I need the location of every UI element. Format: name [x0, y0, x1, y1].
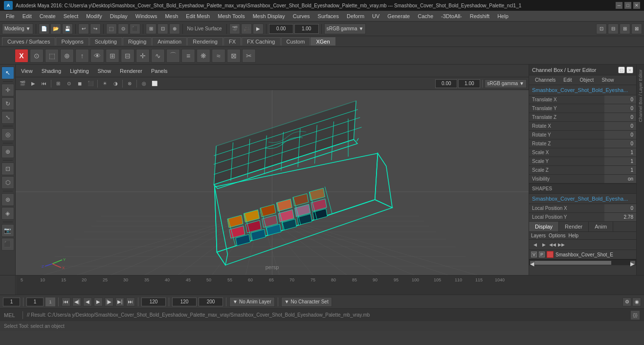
viewport-layout-4[interactable]: ⊠	[631, 23, 642, 34]
prev-play-button[interactable]: ◀	[83, 298, 92, 306]
move-tool-button[interactable]: ✛	[1, 84, 14, 96]
menu-item-surfaces[interactable]: Surfaces	[314, 12, 343, 20]
shelf-icon-wave[interactable]: ≈	[212, 49, 225, 63]
channel-row-lpx[interactable]: Local Position X 0	[529, 204, 636, 213]
vp-menu-shading[interactable]: Shading	[39, 67, 64, 75]
vp-wireframe-button[interactable]: ⊞	[53, 79, 63, 89]
vp-menu-view[interactable]: View	[19, 67, 35, 75]
new-file-button[interactable]: 📄	[39, 23, 49, 34]
menu-item-mesh-display[interactable]: Mesh Display	[249, 12, 289, 20]
vp-ao-button[interactable]: ◑	[111, 79, 120, 89]
shelf-tab-xgen[interactable]: XGen	[311, 37, 335, 46]
channel-row-ty[interactable]: Translate Y 0	[529, 104, 636, 113]
channel-row-sz[interactable]: Scale Z 1	[529, 166, 636, 175]
panel-close-button[interactable]: ✕	[626, 67, 633, 73]
vp-menu-renderer[interactable]: Renderer	[117, 67, 145, 75]
ch-tab-show[interactable]: Show	[598, 76, 618, 84]
transform-x-input[interactable]	[269, 24, 293, 34]
lasso-button[interactable]: ⊙	[118, 23, 129, 34]
goto-end-button[interactable]: ⏭	[126, 298, 135, 306]
menu-item-cache[interactable]: Cache	[414, 12, 437, 20]
menu-item-select[interactable]: Select	[60, 12, 83, 20]
max-range-input[interactable]	[199, 298, 223, 306]
shelf-icon-arrow[interactable]: ↑	[75, 49, 89, 63]
shelf-icon-mesh2[interactable]: ⊟	[121, 49, 134, 63]
disp-tab-render[interactable]: Render	[559, 222, 589, 231]
viewport[interactable]: View Shading Lighting Show Renderer Pane…	[16, 65, 529, 275]
shelf-icon-curve1[interactable]: ∿	[151, 49, 165, 63]
menu-item-modify[interactable]: Modify	[82, 12, 106, 20]
save-button[interactable]: 💾	[62, 23, 73, 34]
shelf-tab-fx[interactable]: FX	[223, 37, 241, 46]
start-frame-input[interactable]	[26, 298, 44, 306]
vp-play-button[interactable]: ▶	[28, 79, 38, 89]
shelf-icon-curve2[interactable]: ⌒	[166, 49, 180, 63]
disp-tab-display[interactable]: Display	[529, 222, 559, 231]
maximize-button[interactable]: □	[624, 2, 631, 9]
disp-tab-anim[interactable]: Anim	[589, 222, 613, 231]
menu-item-help[interactable]: Help	[493, 12, 512, 20]
menu-item-edit[interactable]: Edit	[19, 12, 36, 20]
xform-button[interactable]: ⊛	[1, 193, 14, 206]
scroll-right-arrow[interactable]: ▶	[630, 261, 635, 265]
ch-tab-object[interactable]: Object	[576, 76, 598, 84]
vp-isolate-button[interactable]: ◎	[139, 79, 149, 89]
channel-row-rx[interactable]: Rotate X 0	[529, 122, 636, 131]
current-frame-input[interactable]	[3, 298, 20, 306]
layers-menu-help[interactable]: Help	[568, 233, 578, 238]
vp-zoom-input2[interactable]	[458, 79, 480, 88]
shelf-tab-rigging[interactable]: Rigging	[123, 37, 152, 46]
vp-menu-show[interactable]: Show	[95, 67, 114, 75]
shelf-icon-fan[interactable]: ❋	[197, 49, 210, 63]
shelf-icon-x[interactable]: X	[15, 49, 28, 63]
rotate-tool-button[interactable]: ↻	[1, 97, 14, 110]
end-range-input[interactable]	[172, 298, 197, 306]
script-editor-button[interactable]: {}}	[630, 310, 640, 320]
next-frame-button[interactable]: ▶|	[115, 298, 124, 306]
shelf-tab-fx-caching[interactable]: FX Caching	[242, 37, 280, 46]
shelf-icon-mesh1[interactable]: ⊞	[106, 49, 119, 63]
soft-select-button[interactable]: ◎	[1, 128, 14, 141]
layers-menu-layers[interactable]: Layers	[531, 233, 546, 238]
menu-item-deform[interactable]: Deform	[343, 12, 368, 20]
redo-button[interactable]: ↪	[90, 23, 101, 34]
vp-xray-button[interactable]: ⊗	[125, 79, 134, 89]
auto-key-button[interactable]: ◉	[632, 298, 641, 306]
vp-rewind-button[interactable]: ⏮	[39, 79, 49, 89]
geo-button[interactable]: ⬛	[1, 238, 14, 251]
snap-grid-button[interactable]: ⊞	[146, 23, 156, 34]
3d-scene[interactable]: Y X Z persp	[16, 90, 529, 275]
scale-tool-button[interactable]: ⤡	[1, 111, 14, 124]
shelf-tab-rendering[interactable]: Rendering	[187, 37, 223, 46]
menu-item-uv[interactable]: UV	[368, 12, 383, 20]
menu-item-curves[interactable]: Curves	[289, 12, 314, 20]
viewport-layout-1[interactable]: ⊡	[596, 23, 607, 34]
vp-cam-button[interactable]: 🎬	[18, 79, 27, 89]
right-panel-scrollbar[interactable]: ◀ ▶	[529, 259, 636, 265]
layer-arrow-left[interactable]: ◀	[531, 241, 539, 249]
vp-shadow-button[interactable]: ☀	[100, 79, 110, 89]
channel-row-tx[interactable]: Translate X 0	[529, 95, 636, 104]
paint-weights-button[interactable]: ⬡	[1, 176, 14, 189]
channel-row-sx[interactable]: Scale X 1	[529, 148, 636, 157]
panel-float-button[interactable]: ⊡	[618, 67, 625, 73]
vp-smooth-button[interactable]: ⊙	[64, 79, 74, 89]
paint-button[interactable]: ⬛	[130, 23, 140, 34]
shelf-icon-sphere[interactable]: ⊙	[30, 49, 44, 63]
menu-item-edit-mesh[interactable]: Edit Mesh	[182, 12, 214, 20]
shelf-icon-scissors[interactable]: ✂	[242, 49, 256, 63]
select-button[interactable]: ⬚	[106, 23, 117, 34]
vp-colorspace-dropdown[interactable]: sRGB gamma ▼	[485, 79, 527, 88]
menu-item-mesh[interactable]: Mesh	[161, 12, 182, 20]
vp-zoom-input[interactable]	[435, 79, 457, 88]
menu-item-display[interactable]: Display	[106, 12, 132, 20]
snap-surface-button[interactable]: ⊡	[1, 162, 14, 175]
select-tool-button[interactable]: ↖	[1, 67, 14, 79]
render-seq-button[interactable]: 🎥	[241, 23, 252, 34]
vp-shaded-button[interactable]: ◼	[75, 79, 85, 89]
shelf-tab-polygons[interactable]: Polygons	[56, 37, 89, 46]
ch-tab-channels[interactable]: Channels	[531, 76, 559, 84]
shelf-icon-plus-box[interactable]: ⊕	[60, 49, 74, 63]
channel-row-lpy[interactable]: Local Position Y 2.78	[529, 213, 636, 222]
color-space-dropdown[interactable]: sRGB gamma ▼	[324, 23, 366, 34]
